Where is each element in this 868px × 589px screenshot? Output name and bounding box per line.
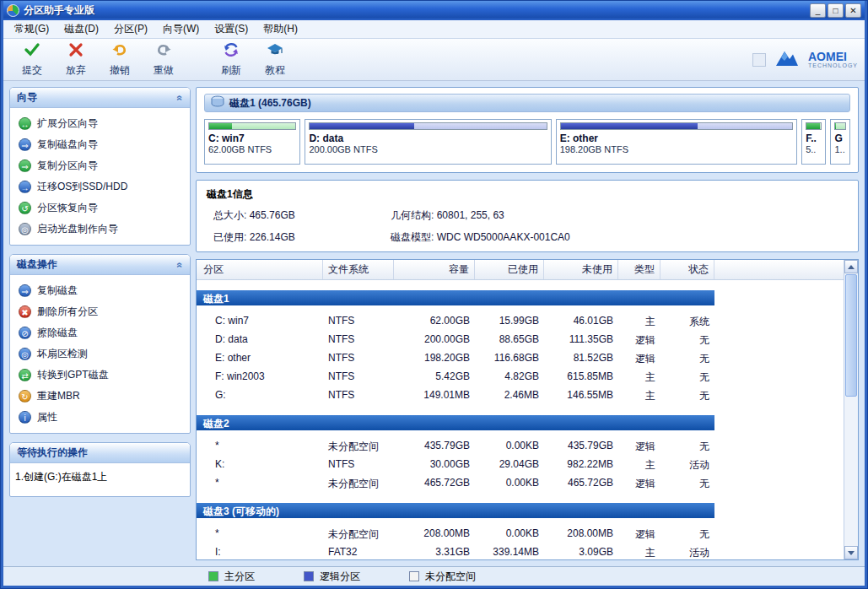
extend-partition-wizard-icon: ↔ bbox=[19, 117, 31, 130]
table-row[interactable]: E: otherNTFS198.20GB116.68GB81.52GB逻辑无 bbox=[197, 349, 844, 368]
table-row[interactable]: *未分配空间208.00MB0.00KB208.00MB逻辑无 bbox=[197, 525, 844, 543]
sidebar-item-convert-gpt[interactable]: ⇄ 转换到GPT磁盘 bbox=[13, 365, 186, 386]
maximize-button[interactable]: □ bbox=[828, 3, 844, 18]
col-unused[interactable]: 未使用 bbox=[544, 260, 618, 279]
group-header-disk3[interactable]: 磁盘3 (可移动的) bbox=[197, 503, 714, 518]
table-row[interactable]: I:FAT323.31GB339.14MB3.09GB主活动 bbox=[197, 543, 844, 559]
discard-button[interactable]: 放弃 bbox=[54, 41, 98, 78]
menu-partition[interactable]: 分区(P) bbox=[106, 19, 155, 39]
copy-disk-icon: ⇒ bbox=[19, 284, 31, 297]
col-filesystem[interactable]: 文件系统 bbox=[323, 260, 394, 279]
sidebar-item-copy-disk[interactable]: ⇒ 复制磁盘 bbox=[13, 280, 186, 301]
window-title: 分区助手专业版 bbox=[24, 3, 808, 18]
sidebar-item-migrate-os[interactable]: → 迁移OS到SSD/HDD bbox=[13, 176, 186, 197]
toolbar-right: AOMEI TECHNOLOGY bbox=[752, 49, 858, 71]
table-row[interactable]: *未分配空间465.72GB0.00KB465.72GB逻辑无 bbox=[197, 474, 844, 493]
partition-block-f[interactable]: F.. 5.. bbox=[801, 119, 826, 165]
partition-block-c[interactable]: C: win7 62.00GB NTFS bbox=[204, 119, 300, 165]
disk1-header-strip[interactable]: 磁盘1 (465.76GB) bbox=[204, 94, 850, 112]
panel-toggle-icon bbox=[752, 53, 766, 67]
refresh-icon bbox=[223, 41, 240, 62]
partition-usage-strip bbox=[834, 122, 846, 130]
table-row[interactable]: K:NTFS30.00GB29.04GB982.22MB主活动 bbox=[197, 456, 844, 474]
menu-general[interactable]: 常规(G) bbox=[7, 19, 57, 39]
menu-wizard[interactable]: 向导(W) bbox=[155, 19, 207, 39]
tutorial-button[interactable]: 教程 bbox=[253, 41, 297, 78]
partition-usage-strip bbox=[806, 122, 822, 130]
partition-block-d[interactable]: D: data 200.00GB NTFS bbox=[305, 119, 551, 165]
col-used[interactable]: 已使用 bbox=[475, 260, 544, 279]
partition-block-g[interactable]: G 1.. bbox=[830, 119, 850, 165]
commit-icon bbox=[24, 41, 40, 62]
menu-settings[interactable]: 设置(S) bbox=[207, 19, 256, 39]
migrate-os-icon: → bbox=[19, 181, 31, 193]
wizard-panel-header[interactable]: 向导 « bbox=[10, 88, 190, 108]
collapse-chevron-icon[interactable]: « bbox=[175, 95, 186, 100]
redo-button[interactable]: 重做 bbox=[142, 41, 186, 78]
group-header-disk2[interactable]: 磁盘2 bbox=[197, 415, 714, 430]
disk-icon bbox=[211, 95, 224, 111]
scrollbar-track[interactable] bbox=[844, 397, 858, 546]
sidebar-item-copy-disk-wizard[interactable]: ⇒ 复制磁盘向导 bbox=[13, 134, 186, 155]
sidebar-item-copy-partition-wizard[interactable]: ⇒ 复制分区向导 bbox=[13, 155, 186, 176]
brand-name: AOMEI bbox=[808, 51, 858, 62]
refresh-button[interactable]: 刷新 bbox=[209, 41, 253, 78]
table-row[interactable]: G:NTFS149.01MB2.46MB146.55MB主无 bbox=[197, 386, 844, 405]
primary-partition-swatch bbox=[208, 571, 218, 581]
logical-partition-swatch bbox=[304, 571, 314, 581]
sidebar-item-extend-partition-wizard[interactable]: ↔ 扩展分区向导 bbox=[13, 113, 186, 134]
copy-partition-wizard-icon: ⇒ bbox=[19, 159, 31, 172]
sidebar-item-properties[interactable]: i 属性 bbox=[13, 407, 186, 428]
sidebar: 向导 « ↔ 扩展分区向导 ⇒ 复制磁盘向导 ⇒ 复制分区向导 bbox=[9, 87, 191, 560]
group-header-disk1[interactable]: 磁盘1 bbox=[197, 290, 714, 305]
scroll-up-button[interactable] bbox=[844, 260, 858, 273]
legend-unallocated: 未分配空间 bbox=[409, 570, 476, 584]
col-partition[interactable]: 分区 bbox=[197, 260, 323, 279]
pending-operations-panel-header[interactable]: 等待执行的操作 bbox=[10, 443, 190, 463]
sidebar-item-delete-all-partitions[interactable]: ✖ 删除所有分区 bbox=[13, 301, 186, 322]
pending-operations-panel: 等待执行的操作 1.创建(G:)在磁盘1上 bbox=[9, 442, 191, 497]
disk-info-model: 磁盘模型: WDC WD5000AAKX-001CA0 bbox=[391, 230, 848, 245]
copy-disk-wizard-icon: ⇒ bbox=[19, 138, 31, 151]
close-button[interactable]: ✕ bbox=[845, 3, 861, 18]
undo-icon bbox=[111, 41, 128, 62]
disk-info-box: 磁盘1信息 总大小: 465.76GB 几何结构: 60801, 255, 63… bbox=[196, 180, 859, 252]
minimize-button[interactable]: _ bbox=[810, 3, 826, 18]
menu-help[interactable]: 帮助(H) bbox=[256, 19, 305, 39]
scrollbar-thumb[interactable] bbox=[845, 274, 857, 397]
partition-block-e[interactable]: E: other 198.20GB NTFS bbox=[556, 119, 797, 165]
partition-usage-strip bbox=[208, 122, 296, 130]
disk-operations-panel-header[interactable]: 磁盘操作 « bbox=[10, 255, 190, 275]
col-status[interactable]: 状态 bbox=[660, 260, 714, 279]
sidebar-item-partition-recovery-wizard[interactable]: ↺ 分区恢复向导 bbox=[13, 197, 186, 219]
partition-recovery-wizard-icon: ↺ bbox=[19, 202, 31, 214]
sidebar-item-bootable-cd-wizard[interactable]: ◎ 启动光盘制作向导 bbox=[13, 219, 186, 240]
table-row[interactable]: C: win7NTFS62.00GB15.99GB46.01GB主系统 bbox=[197, 312, 844, 331]
sidebar-item-rebuild-mbr[interactable]: ↻ 重建MBR bbox=[13, 386, 186, 407]
menu-disk[interactable]: 磁盘(D) bbox=[57, 19, 106, 39]
col-capacity[interactable]: 容量 bbox=[394, 260, 475, 279]
rebuild-mbr-icon: ↻ bbox=[19, 390, 31, 403]
wizard-panel: 向导 « ↔ 扩展分区向导 ⇒ 复制磁盘向导 ⇒ 复制分区向导 bbox=[9, 87, 191, 246]
partition-usage-strip bbox=[309, 122, 547, 130]
undo-button[interactable]: 撤销 bbox=[98, 41, 142, 78]
pending-operation-item[interactable]: 1.创建(G:)在磁盘1上 bbox=[10, 463, 190, 496]
legend-primary: 主分区 bbox=[208, 570, 255, 584]
col-type[interactable]: 类型 bbox=[618, 260, 660, 279]
brand-tagline: TECHNOLOGY bbox=[808, 62, 858, 68]
delete-all-partitions-icon: ✖ bbox=[19, 305, 31, 318]
sidebar-item-bad-sector-test[interactable]: ◎ 坏扇区检测 bbox=[13, 343, 186, 365]
sidebar-item-wipe-disk[interactable]: ⊘ 擦除磁盘 bbox=[13, 322, 186, 343]
table-row[interactable]: F: win2003NTFS5.42GB4.82GB615.85MB主无 bbox=[197, 368, 844, 386]
convert-gpt-icon: ⇄ bbox=[19, 369, 31, 381]
vertical-scrollbar[interactable] bbox=[844, 260, 858, 559]
aomei-logo-icon bbox=[774, 49, 800, 71]
table-row[interactable]: D: dataNTFS200.00GB88.65GB111.35GB逻辑无 bbox=[197, 331, 844, 349]
app-window: 分区助手专业版 _ □ ✕ 常规(G) 磁盘(D) 分区(P) 向导(W) 设置… bbox=[0, 0, 868, 589]
scroll-down-button[interactable] bbox=[844, 546, 858, 559]
content-area: 向导 « ↔ 扩展分区向导 ⇒ 复制磁盘向导 ⇒ 复制分区向导 bbox=[3, 81, 865, 566]
table-row[interactable]: *未分配空间435.79GB0.00KB435.79GB逻辑无 bbox=[197, 437, 844, 456]
main-area: 磁盘1 (465.76GB) C: win7 62.00GB NTFS D: d… bbox=[196, 87, 859, 560]
commit-button[interactable]: 提交 bbox=[10, 41, 54, 78]
collapse-chevron-icon[interactable]: « bbox=[175, 262, 186, 267]
